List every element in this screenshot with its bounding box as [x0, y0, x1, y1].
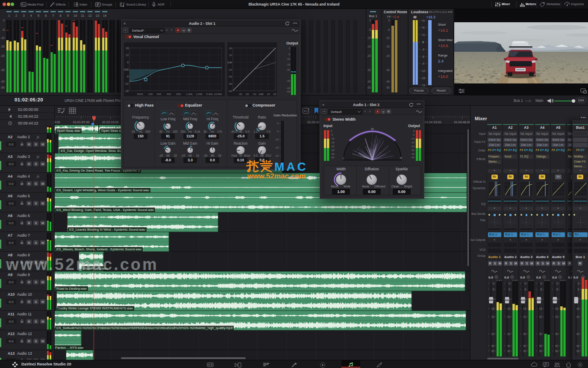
svg-text:01:01:44:00: 01:01:44:00	[55, 120, 60, 124]
svg-text:2: 2	[15, 14, 17, 18]
svg-text:3: 3	[23, 14, 24, 18]
svg-text:S: S	[35, 241, 37, 245]
svg-text:-5: -5	[2, 28, 5, 31]
svg-text:M: M	[41, 320, 44, 323]
svg-text:S: S	[35, 221, 37, 225]
svg-text:Audio 2: Audio 2	[17, 135, 30, 139]
svg-text:0: 0	[388, 19, 390, 22]
svg-text:+9: +9	[421, 19, 425, 22]
svg-text:BS.1770-1 (LU): BS.1770-1 (LU)	[429, 11, 447, 13]
svg-text:01:01:57:00: 01:01:57:00	[73, 120, 90, 124]
svg-text:A12: A12	[8, 332, 15, 336]
svg-text:14: 14	[103, 14, 106, 18]
svg-text:-15: -15	[421, 77, 425, 80]
svg-text:7: 7	[52, 14, 54, 18]
svg-text:-10: -10	[275, 138, 279, 141]
svg-text:0: 0	[524, 282, 526, 285]
svg-text:0.0: 0.0	[9, 241, 14, 245]
svg-text:5: 5	[509, 288, 510, 291]
svg-text:R: R	[28, 320, 30, 323]
svg-text:-5: -5	[276, 130, 279, 133]
svg-text:Audio 11: Audio 11	[17, 312, 32, 316]
svg-text:-50: -50	[0, 86, 5, 89]
svg-text:S: S	[35, 320, 37, 323]
svg-text:A5: A5	[8, 194, 12, 198]
svg-text:5: 5	[38, 14, 39, 18]
svg-text:0.0: 0.0	[9, 320, 14, 323]
svg-text:Audio 7: Audio 7	[17, 233, 30, 237]
svg-text:-40: -40	[367, 80, 371, 83]
svg-text:A2: A2	[8, 135, 12, 139]
svg-text:0: 0	[578, 282, 579, 285]
svg-text:-20: -20	[386, 54, 390, 57]
svg-text:R: R	[28, 182, 30, 186]
svg-text:R: R	[28, 241, 30, 245]
svg-text:fx: fx	[37, 174, 39, 178]
svg-text:A7: A7	[8, 233, 12, 237]
svg-text:Bus 1: Bus 1	[369, 14, 377, 18]
svg-text:+2.8: +2.8	[392, 15, 399, 19]
svg-text:-40: -40	[0, 80, 5, 83]
svg-text:R: R	[28, 221, 30, 225]
svg-text:M: M	[41, 339, 44, 343]
svg-text:R: R	[28, 142, 30, 146]
svg-text:-10: -10	[367, 36, 371, 39]
svg-text:Short: Short	[438, 23, 446, 27]
svg-text:S: S	[35, 339, 37, 343]
svg-text:0: 0	[509, 282, 510, 285]
svg-text:Short Max: Short Max	[438, 38, 453, 42]
svg-text:R: R	[28, 339, 30, 343]
svg-text:Audio 5: Audio 5	[17, 194, 30, 198]
svg-text:-20: -20	[367, 54, 371, 57]
svg-text:Loudness: Loudness	[411, 10, 428, 14]
svg-text:M: M	[41, 280, 44, 284]
svg-text:0: 0	[3, 19, 5, 22]
svg-text:0.0: 0.0	[9, 202, 14, 205]
svg-text:Audio 10: Audio 10	[17, 292, 32, 297]
svg-text:+14.1: +14.1	[438, 28, 448, 33]
svg-text:0: 0	[556, 282, 558, 285]
svg-text:S: S	[35, 142, 37, 146]
svg-text:R: R	[28, 280, 30, 284]
svg-text:M: M	[413, 15, 416, 19]
svg-text:01:02:10:00: 01:02:10:00	[102, 120, 119, 124]
svg-text:Audio 6: Audio 6	[17, 214, 30, 218]
svg-text:-20: -20	[0, 54, 5, 57]
svg-text:-6: -6	[422, 55, 424, 58]
svg-text:+14.6: +14.6	[438, 44, 448, 48]
svg-text:-15: -15	[0, 45, 5, 48]
svg-text:M: M	[41, 241, 44, 245]
svg-text:A3: A3	[8, 154, 12, 159]
svg-text:12: 12	[88, 14, 91, 18]
svg-text:9: 9	[67, 14, 69, 18]
svg-text:fx: fx	[37, 135, 39, 139]
svg-text:-5: -5	[387, 28, 390, 31]
svg-text:-40: -40	[386, 80, 390, 83]
svg-text:-12: -12	[421, 69, 425, 72]
svg-text:0: 0	[493, 282, 494, 285]
svg-text:8: 8	[60, 14, 62, 18]
svg-text:Range: Range	[438, 53, 447, 57]
svg-text:-15: -15	[275, 146, 279, 149]
svg-text:A4: A4	[8, 174, 12, 178]
svg-text:-30: -30	[0, 68, 5, 71]
svg-text:M: M	[41, 300, 44, 304]
svg-text:+16.3: +16.3	[426, 15, 435, 19]
svg-text:0: 0	[369, 19, 371, 22]
svg-text:S: S	[35, 300, 37, 304]
svg-text:0: 0	[541, 282, 542, 285]
svg-text:Audio 13: Audio 13	[17, 351, 32, 356]
svg-text:•••: •••	[448, 10, 453, 14]
svg-text:+3: +3	[421, 33, 425, 36]
svg-text:0.0: 0.0	[9, 280, 14, 284]
svg-text:5: 5	[578, 288, 579, 291]
svg-text:A11: A11	[8, 312, 15, 316]
svg-text:R: R	[28, 202, 30, 205]
svg-text:Audio 3: Audio 3	[17, 154, 30, 159]
svg-text:5: 5	[541, 288, 542, 291]
svg-text:01:04:33:00: 01:04:33:00	[425, 120, 441, 124]
svg-text:-3: -3	[422, 48, 424, 51]
svg-text:-30: -30	[386, 68, 390, 71]
svg-text:0.0: 0.0	[9, 300, 14, 304]
svg-text:0: 0	[422, 40, 424, 44]
